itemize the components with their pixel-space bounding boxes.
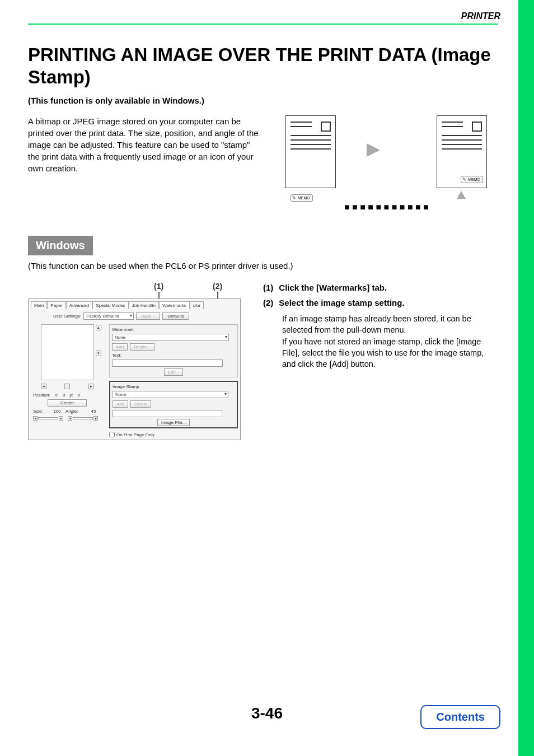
tab-advanced[interactable]: Advanced [66,301,93,309]
step-2-number: (2) [263,298,273,307]
side-accent-bar [518,0,534,756]
position-x-value: 0 [63,393,65,398]
tab-watermarks[interactable]: Watermarks [159,301,190,309]
position-label: Position: [33,393,50,398]
arrow-up-icon [457,191,466,199]
availability-note: (This function is only available in Wind… [28,96,498,105]
center-button[interactable]: Center [48,399,87,407]
save-button[interactable]: Save... [136,312,160,320]
user-settings-label: User Settings: [53,314,81,319]
position-y-value: 0 [78,393,80,398]
position-x-label: x: [55,393,58,398]
image-file-button[interactable]: Image File... [157,419,190,426]
scroll-left-button[interactable]: ◂ [41,384,46,389]
scroll-thumb[interactable] [64,384,70,389]
step-1-number: (1) [263,283,273,292]
header-section: PRINTER [461,11,500,21]
tab-row: Main Paper Advanced Special Modes Job Ha… [31,301,238,309]
watermark-label: Watermark [112,327,235,332]
first-page-only-label: On First Page Only [116,432,154,437]
watermark-delete-button[interactable]: Delete... [130,343,154,351]
driver-dialog-screenshot: (1) (2) Main Paper Advanced Special Mode… [28,283,241,440]
watermark-add-button[interactable]: Add [112,343,128,351]
defaults-button[interactable]: Defaults [162,312,189,320]
page-after-thumb: MEMO [437,115,487,188]
size-slider[interactable]: ◂▸ [33,416,63,421]
callout-1: (1) [154,282,163,291]
scroll-up-button[interactable]: ▴ [96,325,101,330]
first-page-only-checkbox[interactable]: On First Page Only [109,432,238,437]
watermark-text-field[interactable] [112,360,223,367]
tab-color[interactable]: olor [190,301,204,309]
step-2-body: If an image stamp has already been store… [282,313,498,370]
dotted-path: ■ ■ ■ ■ ■ ■ ■ ■ ■ ■ ■ [344,202,429,212]
angle-value: 45 [82,409,96,414]
step-2-title: Select the image stamp setting. [279,298,404,307]
position-y-label: y: [69,393,73,398]
watermark-edit-button[interactable]: Edit... [164,368,183,376]
image-stamp-add-button[interactable]: Add [113,400,128,408]
os-section-tag: Windows [28,236,93,255]
watermark-text-label: Text: [112,353,235,358]
angle-slider[interactable]: ◂▸ [68,416,98,421]
image-stamp-delete-button[interactable]: Delete [130,400,151,408]
preview-area: ▴ ▾ [41,324,94,380]
tab-main[interactable]: Main [31,301,47,309]
page-title: PRINTING AN IMAGE OVER THE PRINT DATA (I… [28,44,498,88]
size-label: Size: [33,409,43,414]
watermark-group: Watermark None Add Delete... Text: Edit.… [109,324,238,377]
header-rule [28,24,498,25]
memo-stamp-applied: MEMO [461,176,483,183]
tab-job-handling[interactable]: Job Handlin [129,301,159,309]
os-section-sub: (This function can be used when the PCL6… [28,261,498,270]
image-stamp-path-field[interactable] [113,410,222,417]
step-1-title: Click the [Watermarks] tab. [279,283,387,292]
contents-button[interactable]: Contents [420,705,500,729]
image-stamp-dropdown[interactable]: None [113,391,228,398]
image-stamp-label: Image Stamp [113,384,235,389]
tab-special-modes[interactable]: Special Modes [92,301,128,309]
image-stamp-group: Image Stamp None Add Delete Image File..… [109,381,238,428]
tab-paper[interactable]: Paper [47,301,65,309]
angle-label: Angle: [65,409,78,414]
concept-illustration: MEMO MEMO ■ ■ ■ ■ ■ ■ ■ ■ ■ ■ ■ [280,115,493,213]
print-driver-panel: Main Paper Advanced Special Modes Job Ha… [28,298,241,440]
arrow-right-icon [367,143,380,157]
memo-stamp-source: MEMO [291,194,313,202]
watermark-dropdown[interactable]: None [112,334,229,341]
size-value: 100 [48,409,61,414]
scroll-right-button[interactable]: ▸ [88,384,94,389]
first-page-only-input[interactable] [109,432,115,437]
callout-2: (2) [213,282,222,291]
scroll-down-button[interactable]: ▾ [96,351,101,356]
page-before-thumb: MEMO [285,115,336,188]
user-settings-dropdown[interactable]: Factory Defaults [83,312,134,320]
intro-paragraph: A bitmap or JPEG image stored on your co… [28,115,263,213]
